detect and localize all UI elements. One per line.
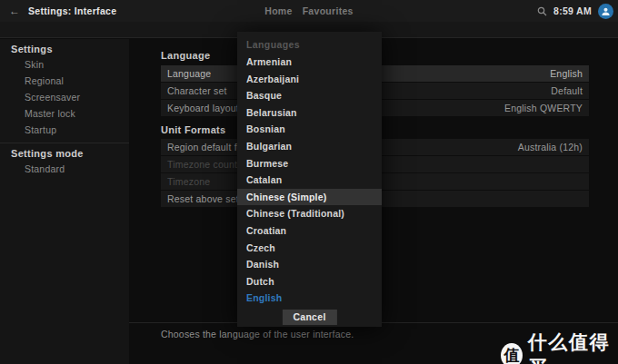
language-option-basque[interactable]: Basque xyxy=(237,87,382,104)
smzdm-logo-icon: 值 xyxy=(501,343,523,364)
back-icon[interactable]: ← xyxy=(9,5,20,16)
language-option-belarusian[interactable]: Belarusian xyxy=(237,104,382,122)
window-title: Settings: Interface xyxy=(28,5,116,16)
language-option-english[interactable]: English xyxy=(237,290,382,307)
language-option-bulgarian[interactable]: Bulgarian xyxy=(237,138,382,155)
search-icon[interactable] xyxy=(537,6,547,16)
dialog-title: Languages xyxy=(246,39,300,50)
setting-value: English xyxy=(550,68,583,79)
top-nav: Home Favourites xyxy=(264,5,353,16)
sidebar-divider xyxy=(0,143,129,143)
cancel-button[interactable]: Cancel xyxy=(282,310,336,325)
nav-home[interactable]: Home xyxy=(264,5,292,16)
smzdm-watermark-text: 什么值得买 xyxy=(528,330,618,364)
smzdm-watermark: 值 什么值得买 xyxy=(501,330,618,364)
language-option-czech[interactable]: Czech xyxy=(237,240,382,257)
setting-label: Timezone country xyxy=(167,159,245,170)
sidebar-item-regional[interactable]: Regional xyxy=(25,75,64,86)
setting-label: Character set xyxy=(167,85,227,96)
user-avatar[interactable] xyxy=(598,4,613,19)
sidebar-item-master-lock[interactable]: Master lock xyxy=(25,108,75,119)
language-option-dutch[interactable]: Dutch xyxy=(237,273,382,290)
setting-label: Timezone xyxy=(167,176,210,187)
languages-dialog: Languages Armenian Azerbaijani Basque Be… xyxy=(237,32,382,327)
help-text: Chooses the language of the user interfa… xyxy=(161,329,354,339)
setting-label: Keyboard layouts xyxy=(167,103,244,113)
top-bar: ← Settings: Interface Home Favourites 8:… xyxy=(0,0,618,22)
setting-value: Default xyxy=(551,85,583,96)
topbar-right: 8:59 AM xyxy=(537,0,613,22)
section-title-unit-formats: Unit Formats xyxy=(161,124,225,135)
language-option-chinese-traditional[interactable]: Chinese (Traditional) xyxy=(237,205,382,222)
sidebar-section-settings: Settings xyxy=(11,44,53,54)
setting-label: Language xyxy=(167,68,211,79)
section-title-language: Language xyxy=(161,50,210,61)
sidebar-item-screensaver[interactable]: Screensaver xyxy=(25,92,80,103)
language-option-burmese[interactable]: Burmese xyxy=(237,155,382,172)
setting-value: English QWERTY xyxy=(504,103,583,113)
language-option-danish[interactable]: Danish xyxy=(237,256,382,273)
sidebar-item-skin[interactable]: Skin xyxy=(25,59,44,70)
language-option-azerbaijani[interactable]: Azerbaijani xyxy=(237,71,382,88)
nav-favourites[interactable]: Favourites xyxy=(303,5,354,16)
language-option-croatian[interactable]: Croatian xyxy=(237,222,382,240)
clock: 8:59 AM xyxy=(553,5,592,16)
person-icon xyxy=(601,6,611,16)
language-option-chinese-simple[interactable]: Chinese (Simple) xyxy=(237,189,382,206)
language-option-bosnian[interactable]: Bosnian xyxy=(237,121,382,138)
sidebar-section-settings-mode: Settings mode xyxy=(11,148,84,159)
language-option-catalan[interactable]: Catalan xyxy=(237,172,382,189)
setting-value: Australia (12h) xyxy=(518,142,583,152)
language-option-armenian[interactable]: Armenian xyxy=(237,54,382,71)
sidebar-item-standard[interactable]: Standard xyxy=(25,163,65,174)
sidebar: Settings Skin Regional Screensaver Maste… xyxy=(0,39,129,364)
language-list: Armenian Azerbaijani Basque Belarusian B… xyxy=(237,54,382,307)
sidebar-item-startup[interactable]: Startup xyxy=(25,124,56,135)
